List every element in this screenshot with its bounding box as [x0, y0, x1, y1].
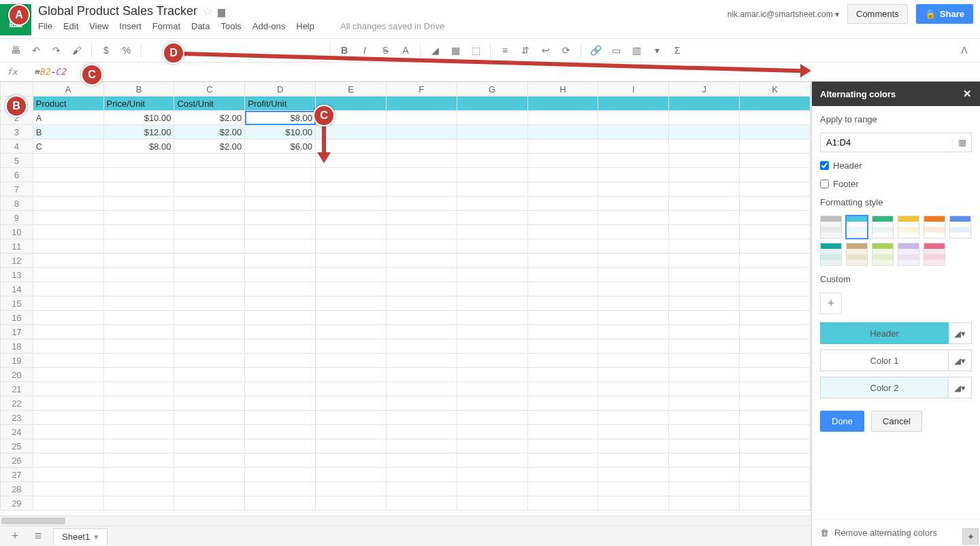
cell[interactable] [103, 496, 174, 511]
cell[interactable] [527, 254, 598, 268]
cell[interactable] [33, 197, 103, 211]
cell[interactable] [669, 339, 740, 354]
doc-title[interactable]: Global Product Sales Tracker [38, 4, 197, 18]
cell[interactable] [33, 282, 103, 296]
cell[interactable] [103, 254, 174, 268]
cell[interactable] [245, 339, 316, 354]
menu-view[interactable]: View [89, 21, 108, 31]
cell[interactable] [740, 439, 811, 454]
cell[interactable] [457, 296, 527, 311]
row-header[interactable]: 21 [1, 382, 33, 396]
col-header[interactable]: F [386, 82, 457, 97]
row-header[interactable]: 9 [1, 211, 33, 225]
explore-button[interactable]: ✦ [962, 528, 979, 545]
cell[interactable] [386, 139, 457, 154]
style-swatch[interactable] [872, 243, 894, 266]
cell[interactable] [527, 268, 598, 282]
cell[interactable] [457, 496, 527, 511]
redo-icon[interactable]: ↷ [48, 41, 65, 59]
row-header[interactable]: 4 [1, 139, 33, 154]
cell[interactable] [33, 382, 103, 396]
cell[interactable] [598, 125, 669, 139]
row-header[interactable]: 19 [1, 354, 33, 368]
cell[interactable] [669, 425, 740, 439]
cell[interactable]: Price/Unit [103, 97, 174, 111]
col-header[interactable]: J [669, 82, 740, 97]
cell[interactable] [386, 254, 457, 268]
cell[interactable] [386, 154, 457, 168]
row-header[interactable]: 10 [1, 225, 33, 239]
cell[interactable] [457, 354, 527, 368]
rotate-icon[interactable]: ⟳ [557, 41, 575, 59]
cell[interactable] [174, 268, 245, 282]
cell[interactable] [103, 239, 174, 254]
menu-file[interactable]: File [38, 21, 52, 31]
cell[interactable] [527, 168, 598, 182]
cell[interactable] [245, 454, 316, 468]
cell[interactable] [386, 268, 457, 282]
cell[interactable] [669, 439, 740, 454]
cell[interactable] [33, 239, 103, 254]
horizontal-scrollbar[interactable] [0, 515, 811, 526]
cell[interactable] [527, 354, 598, 368]
menu-addons[interactable]: Add-ons [252, 21, 285, 31]
cell[interactable] [457, 411, 527, 425]
cell[interactable] [527, 111, 598, 125]
cell[interactable] [245, 282, 316, 296]
menu-insert[interactable]: Insert [119, 21, 142, 31]
cell[interactable] [174, 382, 245, 396]
cell[interactable] [316, 411, 387, 425]
row-header[interactable]: 29 [1, 496, 33, 511]
cell[interactable] [669, 368, 740, 382]
cell[interactable] [527, 482, 598, 496]
cell[interactable] [174, 325, 245, 339]
cell[interactable] [527, 97, 598, 111]
valign-icon[interactable]: ⇵ [517, 41, 534, 59]
cell[interactable] [740, 339, 811, 354]
range-input[interactable] [821, 133, 952, 152]
cell[interactable] [386, 125, 457, 139]
cell[interactable] [316, 482, 387, 496]
cell[interactable] [245, 197, 316, 211]
cell[interactable] [598, 454, 669, 468]
cell[interactable] [386, 182, 457, 197]
cell[interactable] [316, 211, 387, 225]
cell[interactable] [598, 268, 669, 282]
cell[interactable] [669, 482, 740, 496]
cell[interactable] [527, 382, 598, 396]
cell[interactable] [527, 368, 598, 382]
add-custom-style[interactable]: + [820, 292, 842, 314]
col-header[interactable]: C [174, 82, 245, 97]
cell[interactable] [103, 182, 174, 197]
cell[interactable] [527, 411, 598, 425]
cell[interactable] [669, 239, 740, 254]
cancel-button[interactable]: Cancel [871, 411, 921, 432]
color2-chip[interactable]: Color 2 [820, 377, 949, 398]
cell[interactable] [174, 197, 245, 211]
cell[interactable] [669, 468, 740, 482]
cell[interactable] [457, 239, 527, 254]
cell[interactable] [457, 382, 527, 396]
cell[interactable] [33, 411, 103, 425]
cell[interactable] [386, 439, 457, 454]
cell[interactable] [457, 97, 527, 111]
cell[interactable] [457, 325, 527, 339]
cell[interactable] [174, 211, 245, 225]
cell[interactable] [669, 382, 740, 396]
cell[interactable] [457, 282, 527, 296]
cell[interactable] [245, 239, 316, 254]
cell[interactable] [527, 154, 598, 168]
cell[interactable] [386, 325, 457, 339]
cell[interactable] [740, 296, 811, 311]
row-header[interactable]: 14 [1, 282, 33, 296]
cell[interactable] [740, 97, 811, 111]
row-header[interactable]: 8 [1, 197, 33, 211]
cell[interactable] [740, 354, 811, 368]
cell[interactable] [527, 282, 598, 296]
link-icon[interactable]: 🔗 [587, 41, 604, 59]
cell[interactable] [527, 296, 598, 311]
cell[interactable] [33, 225, 103, 239]
cell[interactable] [740, 482, 811, 496]
cell[interactable] [103, 396, 174, 411]
cell[interactable] [669, 139, 740, 154]
